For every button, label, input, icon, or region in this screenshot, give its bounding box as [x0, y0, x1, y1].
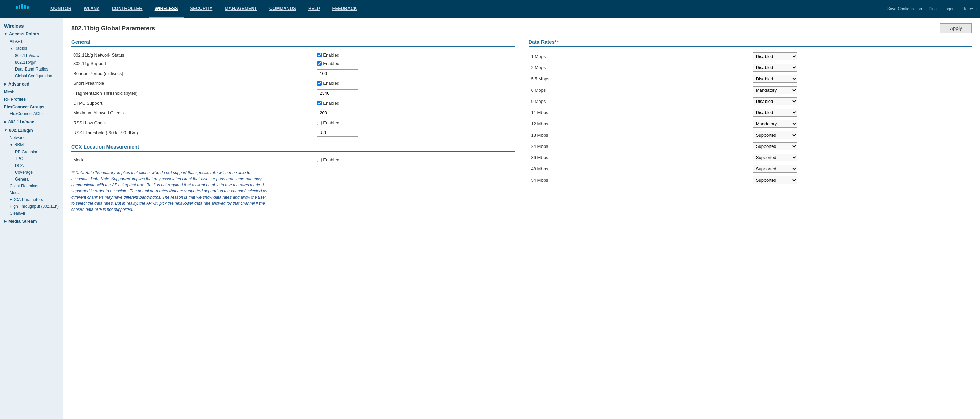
sidebar-item-flexconnect-groups[interactable]: FlexConnect Groups: [0, 103, 63, 110]
save-config-link[interactable]: Save Configuration: [887, 6, 922, 11]
data-rates-table: 1 MbpsDisabledMandatorySupported2 MbpsDi…: [528, 51, 972, 186]
ping-link[interactable]: Ping: [929, 6, 937, 11]
sidebar-title: Wireless: [0, 21, 63, 30]
rate-label: 24 Mbps: [528, 141, 750, 152]
rate-select-2Mbps[interactable]: DisabledMandatorySupported: [753, 64, 797, 71]
rate-row: 9 MbpsDisabledMandatorySupported: [528, 96, 972, 107]
nav-monitor[interactable]: MONITOR: [45, 0, 77, 18]
rate-select-54Mbps[interactable]: DisabledMandatorySupported: [753, 176, 797, 184]
rate-select-1Mbps[interactable]: DisabledMandatorySupported: [753, 52, 797, 60]
sidebar-group-80211bgn: ▼ 802.11b/g/n Network ▼ RRM RF Grouping …: [0, 126, 63, 217]
page-title-row: 802.11b/g Global Parameters Apply: [71, 23, 972, 33]
sidebar-item-client-roaming[interactable]: Client Roaming: [0, 183, 63, 189]
sidebar-item-80211bgn-section[interactable]: ▼ 802.11b/g/n: [0, 126, 63, 134]
rssi-low-check-label: RSSI Low Check: [71, 119, 315, 127]
sidebar-item-80211anac-section[interactable]: ▶ 802.11a/n/ac: [0, 118, 63, 126]
network-status-value: Enabled: [323, 52, 339, 57]
sidebar-item-80211anac[interactable]: 802.11a/n/ac: [0, 52, 63, 59]
nav-security[interactable]: SECURITY: [184, 0, 219, 18]
rate-label: 48 Mbps: [528, 163, 750, 175]
advanced-expand-icon: ▶: [4, 82, 7, 86]
cisco-text: CISCO: [15, 9, 29, 14]
sidebar-item-media[interactable]: Media: [0, 189, 63, 196]
sidebar-item-advanced[interactable]: ▶ Advanced: [0, 80, 63, 88]
field-ccx-mode: Mode Enabled: [71, 156, 515, 164]
sidebar-item-network[interactable]: Network: [0, 134, 63, 141]
nav-controller[interactable]: CONTROLLER: [105, 0, 148, 18]
nav-feedback[interactable]: FEEDBACK: [326, 0, 363, 18]
rssi-threshold-label: RSSI Threshold (-60 to -90 dBm): [71, 127, 315, 138]
field-network-status: 802.11b/g Network Status Enabled: [71, 51, 515, 59]
rssi-low-check-checkbox[interactable]: [317, 121, 321, 125]
sidebar-item-rf-profiles[interactable]: RF Profiles: [0, 96, 63, 103]
rrm-expand-icon: ▼: [10, 143, 13, 147]
sidebar-item-dual-band[interactable]: Dual-Band Radios: [0, 66, 63, 73]
short-preamble-checkbox[interactable]: [317, 81, 321, 86]
network-status-checkbox[interactable]: [317, 53, 321, 57]
rate-row: 36 MbpsDisabledMandatorySupported: [528, 152, 972, 163]
nav-management[interactable]: MANAGEMENT: [219, 0, 263, 18]
logout-link[interactable]: Logout: [943, 6, 956, 11]
main-layout: Wireless ▼ Access Points All APs ▼ Radio…: [0, 18, 980, 419]
nav-commands[interactable]: COMMANDS: [263, 0, 302, 18]
sidebar-item-dca[interactable]: DCA: [0, 162, 63, 169]
rate-row: 48 MbpsDisabledMandatorySupported: [528, 163, 972, 175]
expand-arrow-icon: ▼: [4, 32, 8, 36]
80211g-support-checkbox[interactable]: [317, 61, 321, 66]
nav-wireless[interactable]: WIRELESS: [149, 0, 184, 18]
sidebar-item-flexconnect-acls[interactable]: FlexConnect ACLs: [0, 110, 63, 117]
short-preamble-value: Enabled: [323, 81, 339, 86]
fragmentation-input[interactable]: [317, 89, 358, 97]
rate-select-36Mbps[interactable]: DisabledMandatorySupported: [753, 154, 797, 162]
sidebar-item-coverage[interactable]: Coverage: [0, 169, 63, 176]
nav-help[interactable]: HELP: [302, 0, 326, 18]
sidebar-item-general[interactable]: General: [0, 176, 63, 183]
beacon-period-label: Beacon Period (millisecs): [71, 68, 315, 79]
max-clients-input[interactable]: [317, 109, 358, 117]
rate-select-5.5Mbps[interactable]: DisabledMandatorySupported: [753, 75, 797, 83]
form-left: General 802.11b/g Network Status Enabled…: [71, 39, 515, 213]
content-area: 802.11b/g Global Parameters Apply Genera…: [63, 18, 980, 419]
page-title: 802.11b/g Global Parameters: [71, 25, 155, 32]
rate-label: 11 Mbps: [528, 107, 750, 118]
sidebar-item-global-config[interactable]: Global Configuration: [0, 73, 63, 79]
rate-select-18Mbps[interactable]: DisabledMandatorySupported: [753, 131, 797, 139]
sidebar-item-rrm[interactable]: ▼ RRM: [0, 141, 63, 149]
rate-select-9Mbps[interactable]: DisabledMandatorySupported: [753, 97, 797, 105]
mediastream-expand-icon: ▶: [4, 219, 7, 223]
sidebar-item-tpc[interactable]: TPC: [0, 156, 63, 162]
ccx-mode-value: Enabled: [323, 157, 339, 162]
sidebar-item-media-stream[interactable]: ▶ Media Stream: [0, 217, 63, 225]
rate-select-48Mbps[interactable]: DisabledMandatorySupported: [753, 165, 797, 173]
rssi-threshold-input[interactable]: [317, 129, 358, 136]
sidebar-item-rf-grouping[interactable]: RF Grouping: [0, 149, 63, 156]
sidebar-item-high-throughput[interactable]: High Throughput (802.11n): [0, 203, 63, 210]
80211g-support-label: Enabled: [317, 61, 512, 66]
rate-select-24Mbps[interactable]: DisabledMandatorySupported: [753, 143, 797, 150]
rate-label: 2 Mbps: [528, 62, 750, 73]
ccx-mode-checkbox[interactable]: [317, 158, 321, 162]
sidebar-item-all-aps[interactable]: All APs: [0, 38, 63, 44]
ccx-mode-label-wrap: Enabled: [317, 157, 512, 162]
sidebar-group-flexconnect: FlexConnect Groups FlexConnect ACLs: [0, 103, 63, 117]
rate-select-11Mbps[interactable]: DisabledMandatorySupported: [753, 109, 797, 116]
nav-wlans[interactable]: WLANs: [77, 0, 105, 18]
sidebar-item-access-points[interactable]: ▼ Access Points: [0, 30, 63, 38]
sidebar-item-mesh[interactable]: Mesh: [0, 89, 63, 95]
nav-menu: MONITOR WLANs CONTROLLER WIRELESS SECURI…: [45, 0, 887, 18]
dtpc-checkbox[interactable]: [317, 101, 321, 105]
sidebar-item-cleanair[interactable]: CleanAir: [0, 210, 63, 217]
sidebar-item-80211bgn[interactable]: 802.11b/g/n: [0, 59, 63, 66]
rate-select-6Mbps[interactable]: DisabledMandatorySupported: [753, 86, 797, 94]
dtpc-value: Enabled: [323, 100, 339, 106]
sidebar-item-edca[interactable]: EDCA Parameters: [0, 196, 63, 203]
beacon-period-input[interactable]: [317, 70, 358, 77]
dtpc-label: DTPC Support.: [71, 99, 315, 107]
field-fragmentation: Fragmentation Threshold (bytes): [71, 87, 515, 99]
rate-label: 9 Mbps: [528, 96, 750, 107]
sidebar-item-radios[interactable]: ▼ Radios: [0, 44, 63, 52]
refresh-link[interactable]: Refresh: [962, 6, 977, 11]
rate-select-12Mbps[interactable]: DisabledMandatorySupported: [753, 120, 797, 128]
apply-button[interactable]: Apply: [940, 23, 972, 33]
data-rates-section-header: Data Rates**: [528, 39, 972, 47]
